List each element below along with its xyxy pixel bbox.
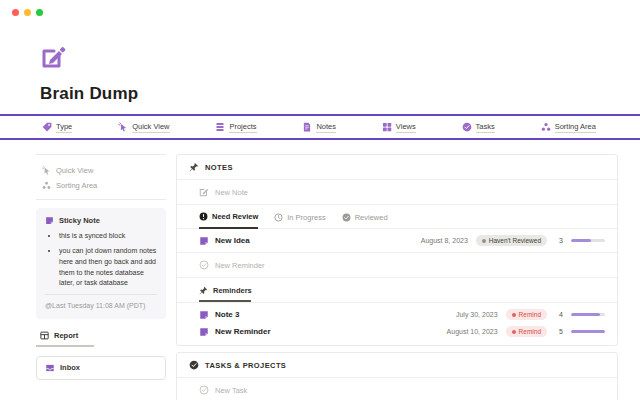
nav-item-projects[interactable]: Projects <box>215 122 256 133</box>
note-row[interactable]: New Idea August 8, 2023 Haven't Reviewed… <box>177 229 617 253</box>
sticky-note-title: Sticky Note <box>59 216 100 225</box>
new-task-placeholder: New Task <box>215 386 247 395</box>
sidebar-link-sorting-area[interactable]: Sorting Area <box>36 178 166 193</box>
sidebar-link-label: Sorting Area <box>56 181 97 190</box>
compose-pencil-icon <box>40 44 66 70</box>
minimize-window-button[interactable] <box>24 9 31 16</box>
remind-badge: Remind <box>506 309 547 320</box>
exclamation-circle-icon <box>199 212 208 221</box>
inbox-item[interactable]: Inbox <box>36 356 166 380</box>
new-reminder-row[interactable]: New Reminder <box>177 253 617 278</box>
sticky-note-icon <box>199 310 209 320</box>
nav-item-views[interactable]: Views <box>382 122 416 133</box>
nav-item-label: Quick View <box>132 122 169 133</box>
tab-reminders[interactable]: Reminders <box>199 286 251 302</box>
window-titlebar <box>0 0 640 16</box>
nav-item-label: Sorting Area <box>555 122 596 133</box>
reminder-row[interactable]: Note 3 July 30, 2023 Remind 4 <box>177 303 617 323</box>
grid-icon <box>382 122 392 132</box>
notes-section-title: NOTES <box>205 163 233 172</box>
nav-item-sorting-area[interactable]: Sorting Area <box>541 122 596 133</box>
clock-icon <box>274 213 283 222</box>
tab-reminders-label: Reminders <box>213 286 252 295</box>
sticky-note-bullet: this is a synced block <box>59 231 157 242</box>
divider <box>36 199 166 200</box>
new-note-row[interactable]: New Note <box>177 180 617 205</box>
tab-label: In Progress <box>287 213 325 222</box>
pin-icon <box>189 162 199 172</box>
sticky-note-icon <box>45 216 54 225</box>
status-badge: Haven't Reviewed <box>476 235 547 246</box>
close-window-button[interactable] <box>12 9 19 16</box>
nav-item-quick-view[interactable]: Quick View <box>118 122 169 133</box>
new-reminder-placeholder: New Reminder <box>215 261 265 270</box>
sticky-note-bullet: you can jot down random notes here and t… <box>59 246 157 289</box>
note-row-date: August 8, 2023 <box>421 237 468 244</box>
notes-section-header: NOTES <box>177 155 617 180</box>
reminder-row-count: 4 <box>555 311 563 318</box>
sticky-note-icon <box>199 327 209 337</box>
nav-item-type[interactable]: Type <box>42 122 72 133</box>
reminder-row-date: August 10, 2023 <box>447 328 498 335</box>
nav-item-tasks[interactable]: Tasks <box>462 122 495 133</box>
reminder-row-title: Note 3 <box>215 310 239 319</box>
check-circle-icon <box>189 360 199 370</box>
sticky-note-card: Sticky Note this is a synced block you c… <box>36 208 166 319</box>
cursor-click-icon <box>118 122 128 132</box>
reminder-row-date: July 30, 2023 <box>456 311 498 318</box>
maximize-window-button[interactable] <box>36 9 43 16</box>
sidebar: Quick View Sorting Area Sticky Note this… <box>36 154 166 380</box>
reminder-row-title: New Reminder <box>215 327 271 336</box>
nav-item-label: Projects <box>229 122 256 133</box>
tasks-section: TASKS & PROJECTS New Task <box>176 352 618 400</box>
document-icon <box>302 122 312 132</box>
database-stack-icon <box>215 122 225 132</box>
tag-icon <box>42 122 52 132</box>
tab-need-review[interactable]: Need Review <box>199 212 258 229</box>
tasks-section-header: TASKS & PROJECTS <box>177 353 617 378</box>
check-circle-icon <box>462 122 472 132</box>
status-dot <box>512 313 516 317</box>
nav-item-label: Notes <box>316 122 336 133</box>
tab-report[interactable]: Report <box>36 331 94 347</box>
pencil-square-icon <box>199 187 209 197</box>
sticky-note-list: this is a synced block you can jot down … <box>59 231 157 289</box>
sidebar-link-quick-view[interactable]: Quick View <box>36 163 166 178</box>
note-row-title: New Idea <box>215 236 250 245</box>
page-title: Brain Dump <box>40 84 640 104</box>
new-task-row[interactable]: New Task <box>177 378 617 400</box>
table-icon <box>40 331 49 340</box>
remind-badge: Remind <box>506 326 547 337</box>
nav-item-label: Tasks <box>476 122 495 133</box>
reminder-row[interactable]: New Reminder August 10, 2023 Remind 5 <box>177 323 617 345</box>
reminder-row-count: 5 <box>555 328 563 335</box>
progress-bar <box>571 330 605 333</box>
progress-bar <box>571 239 605 242</box>
tab-label: Reviewed <box>355 213 388 222</box>
new-note-placeholder: New Note <box>215 188 248 197</box>
progress-bar <box>571 313 605 316</box>
cursor-click-icon <box>42 166 51 175</box>
navbar: Type Quick View Projects Notes Views <box>0 114 640 140</box>
tab-in-progress[interactable]: In Progress <box>274 212 325 228</box>
shapes-icon <box>42 181 51 190</box>
sticky-note-timestamp: @Last Tuesday 11:08 AM (PDT) <box>45 294 157 312</box>
content-area: Quick View Sorting Area Sticky Note this… <box>0 140 640 400</box>
nav-item-label: Type <box>56 122 72 133</box>
tab-label: Need Review <box>212 212 258 221</box>
page-header: Brain Dump <box>0 16 640 104</box>
tab-reviewed[interactable]: Reviewed <box>342 212 388 228</box>
notes-section: NOTES New Note Need Review <box>176 154 618 346</box>
nav-item-notes[interactable]: Notes <box>302 122 336 133</box>
notes-tabs: Need Review In Progress Reviewed <box>177 205 617 229</box>
main-column: NOTES New Note Need Review <box>176 154 618 400</box>
inbox-label: Inbox <box>60 363 80 372</box>
check-circle-icon <box>342 213 351 222</box>
check-circle-outline-icon <box>199 260 209 270</box>
nav-item-label: Views <box>396 122 416 133</box>
status-dot <box>512 330 516 334</box>
shapes-icon <box>541 122 551 132</box>
app-window: Brain Dump Type Quick View Projects Not <box>0 0 640 400</box>
tab-report-label: Report <box>54 331 78 340</box>
check-circle-outline-icon <box>199 385 209 395</box>
